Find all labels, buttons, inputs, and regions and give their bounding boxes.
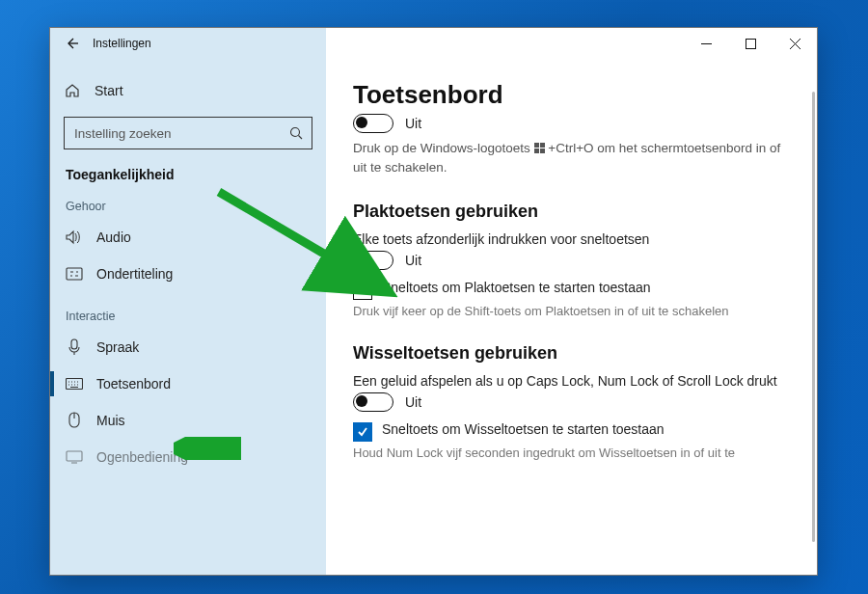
sidebar-item-label: Ogenbediening (96, 449, 188, 465)
settings-window: Instellingen Start (49, 27, 818, 576)
svg-rect-0 (746, 39, 755, 48)
close-icon (790, 39, 800, 49)
sidebar-item-label: Toetsenbord (96, 376, 171, 392)
window-controls (684, 28, 817, 59)
titlebar: Instellingen (50, 28, 817, 59)
sticky-subheading: Elke toets afzonderlijk indrukken voor s… (353, 231, 790, 247)
sidebar-item-label: Spraak (96, 339, 139, 355)
sticky-checkbox-label: Sneltoets om Plaktoetsen te starten toes… (382, 280, 651, 295)
speaker-icon (66, 230, 83, 245)
svg-rect-9 (534, 148, 539, 153)
osk-toggle[interactable] (353, 114, 393, 133)
togglekeys-toggle[interactable] (353, 392, 393, 412)
window-body: Start Toegankelijkheid Gehoor Audio Onde… (50, 59, 817, 575)
search-input[interactable] (72, 125, 289, 142)
osk-toggle-state: Uit (405, 116, 421, 131)
sticky-hint: Druk vijf keer op de Shift-toets om Plak… (353, 304, 790, 318)
mouse-icon (66, 412, 83, 429)
sticky-shortcut-checkbox[interactable] (353, 281, 372, 300)
svg-rect-6 (67, 451, 82, 461)
sidebar-item-mouse[interactable]: Muis (64, 402, 312, 439)
page-title: Toetsenbord (353, 80, 790, 110)
osk-hint: Druk op de Windows-logotoets +Ctrl+O om … (353, 139, 790, 176)
sidebar-item-eye[interactable]: Ogenbediening (64, 439, 312, 475)
svg-point-1 (291, 127, 300, 136)
sticky-toggle[interactable] (353, 251, 393, 270)
back-button[interactable] (50, 36, 93, 51)
svg-rect-7 (534, 143, 539, 148)
togglekeys-toggle-state: Uit (405, 394, 421, 410)
sidebar-item-subtitles[interactable]: Ondertiteling (64, 256, 312, 292)
togglekeys-checkbox-label: Sneltoets om Wisseltoetsen te starten to… (382, 421, 665, 437)
minimize-icon (701, 39, 712, 49)
close-button[interactable] (773, 28, 817, 59)
sticky-toggle-state: Uit (405, 253, 421, 268)
page-category: Toegankelijkheid (66, 167, 312, 182)
search-box[interactable] (64, 117, 312, 149)
scrollbar[interactable] (812, 92, 815, 542)
selection-indicator (50, 371, 54, 396)
app-title: Instellingen (93, 37, 151, 50)
sidebar-item-speech[interactable]: Spraak (64, 329, 312, 365)
togglekeys-subheading: Een geluid afspelen als u op Caps Lock, … (353, 373, 790, 389)
windows-logo-icon (534, 143, 545, 153)
back-arrow-icon (64, 36, 79, 51)
section-hearing: Gehoor (66, 200, 312, 213)
sidebar-item-audio[interactable]: Audio (64, 219, 312, 256)
togglekeys-shortcut-checkbox[interactable] (353, 422, 372, 442)
svg-rect-2 (67, 268, 82, 280)
search-icon (289, 126, 304, 141)
sidebar-item-label: Ondertiteling (96, 266, 173, 282)
home-button[interactable]: Start (64, 74, 312, 107)
sticky-heading: Plaktoetsen gebruiken (353, 202, 790, 222)
content-area: Toetsenbord Uit Druk op de Windows-logot… (326, 59, 817, 575)
togglekeys-hint: Houd Num Lock vijf seconden ingedrukt om… (353, 446, 790, 460)
monitor-icon (66, 450, 83, 464)
togglekeys-heading: Wisseltoetsen gebruiken (353, 343, 790, 364)
home-label: Start (95, 83, 123, 98)
sidebar: Start Toegankelijkheid Gehoor Audio Onde… (50, 59, 326, 575)
sidebar-item-label: Audio (96, 230, 131, 245)
minimize-button[interactable] (684, 28, 728, 59)
section-interaction: Interactie (66, 310, 312, 323)
cc-icon (66, 267, 83, 281)
mic-icon (66, 338, 83, 356)
sidebar-item-label: Muis (96, 413, 125, 428)
svg-rect-3 (71, 339, 77, 349)
maximize-button[interactable] (728, 28, 773, 59)
home-icon (64, 83, 81, 98)
maximize-icon (746, 39, 756, 49)
sidebar-item-keyboard[interactable]: Toetsenbord (64, 365, 312, 402)
keyboard-icon (66, 378, 83, 390)
